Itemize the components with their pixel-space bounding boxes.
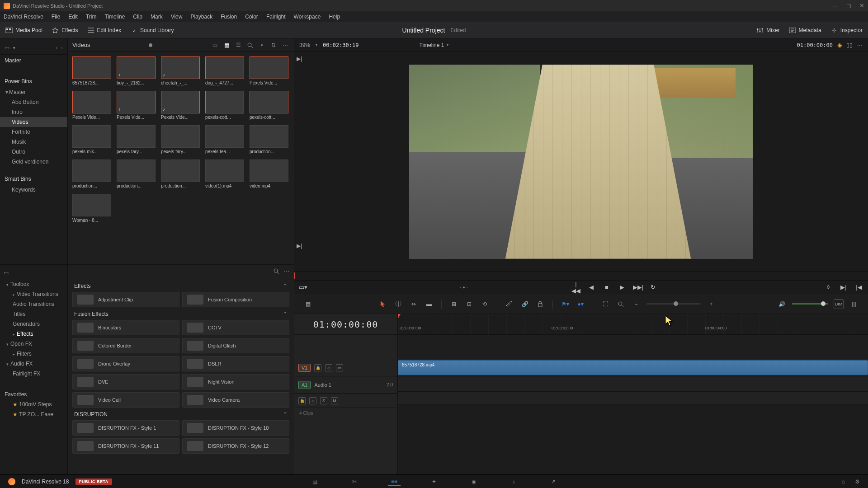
selection-tool-icon[interactable] <box>378 299 388 309</box>
clip-item[interactable]: Pexels Vide... <box>250 56 288 85</box>
collapse-icon[interactable]: ⌃ <box>283 311 288 317</box>
collapse-icon[interactable]: ⌃ <box>283 283 288 289</box>
edit-page-icon[interactable]: ≡≡ <box>388 477 401 486</box>
effect-card[interactable]: Drone Overlay <box>72 356 179 371</box>
bin-videos[interactable]: Videos <box>0 117 67 127</box>
menu-color[interactable]: Color <box>245 14 258 20</box>
effect-card[interactable]: Digital Glitch <box>182 338 289 353</box>
clip-item[interactable]: dog_-_4727... <box>205 56 244 85</box>
color-page-icon[interactable]: ◉ <box>467 477 480 486</box>
disable-video-icon[interactable]: ▭ <box>336 364 343 371</box>
fx-view-icon[interactable]: ▭ <box>4 270 9 276</box>
adjustment-clip[interactable]: Adjustment Clip <box>72 292 179 307</box>
clip-item[interactable]: pexels-mik... <box>72 125 111 154</box>
menu-davinci[interactable]: DaVinci Resolve <box>4 14 43 20</box>
effect-card[interactable]: DISRUPTION FX - Style 10 <box>182 420 289 436</box>
arm-icon[interactable]: ◇ <box>309 397 316 404</box>
clip-item[interactable]: ♪cheetah_-_... <box>161 56 200 85</box>
overwrite-icon[interactable]: ⊡ <box>464 299 474 309</box>
marker-icon[interactable]: ●▾ <box>576 299 585 309</box>
clip-item[interactable]: ♪boy_-_2182... <box>117 56 156 85</box>
openfx-node[interactable]: Open FX <box>0 339 67 349</box>
audiofx-node[interactable]: Audio FX <box>0 359 67 369</box>
clip-item[interactable]: ♪Pexels Vide... <box>117 91 156 120</box>
bin-musik[interactable]: Musik <box>0 137 67 147</box>
more-icon[interactable]: ⋯ <box>281 41 289 49</box>
deliver-page-icon[interactable]: ↗ <box>547 477 560 486</box>
first-frame-icon[interactable]: |◀◀ <box>571 281 580 294</box>
timeline-clip[interactable]: 657518728.mp4 <box>398 360 868 375</box>
media-pool-button[interactable]: Media Pool <box>5 27 42 33</box>
home-icon[interactable]: ⌂ <box>842 479 845 485</box>
effect-card[interactable]: DSLR <box>182 356 289 371</box>
menu-timeline[interactable]: Timeline <box>104 14 125 20</box>
clip-item[interactable]: Woman - 8... <box>72 194 111 223</box>
lock-icon[interactable] <box>535 299 545 309</box>
fairlight-page-icon[interactable]: ♪ <box>507 477 520 486</box>
menu-edit[interactable]: Edit <box>68 14 78 20</box>
flag-icon[interactable]: ⚑▾ <box>560 299 570 309</box>
link-icon[interactable]: 🔗 <box>520 299 530 309</box>
metadata-button[interactable]: Metadata <box>789 27 821 33</box>
clip-item[interactable]: pexels-tea... <box>205 125 244 154</box>
effect-card[interactable]: DVE <box>72 374 179 389</box>
menu-help[interactable]: Help <box>329 14 340 20</box>
auto-select-icon[interactable]: ◇ <box>325 364 332 371</box>
effects-button[interactable]: Effects <box>52 27 78 33</box>
clip-item[interactable]: production... <box>161 160 200 188</box>
more-icon[interactable]: ⋯ <box>857 42 863 48</box>
prev-marker-icon[interactable]: |◀ <box>854 284 863 291</box>
nav-back-icon[interactable]: ‹ <box>56 45 57 51</box>
menu-mark[interactable]: Mark <box>151 14 163 20</box>
clip-item[interactable]: Pexels Vide... <box>72 91 111 120</box>
effect-card[interactable]: Colored Border <box>72 338 179 353</box>
clip-item[interactable]: pexels-cott... <box>250 91 288 120</box>
detail-zoom-icon[interactable] <box>616 299 626 309</box>
loop-icon[interactable]: ↻ <box>648 284 657 291</box>
chevron-down-icon[interactable]: ▾ <box>258 41 266 49</box>
toolbox-node[interactable]: Toolbox <box>0 279 67 289</box>
effect-card[interactable]: CCTV <box>182 320 289 335</box>
bin-fortnite[interactable]: Fortnite <box>0 127 67 137</box>
clip-item[interactable]: pexels-tary... <box>117 125 156 154</box>
blade-icon[interactable] <box>505 299 514 309</box>
menu-workspace[interactable]: Workspace <box>294 14 321 20</box>
reverse-icon[interactable]: ◀ <box>587 284 596 291</box>
chevron-down-icon[interactable]: ▾ <box>13 46 15 50</box>
zoom-slider[interactable] <box>646 303 701 305</box>
nav-fwd-icon[interactable]: › <box>61 45 63 51</box>
sound-library-button[interactable]: ♪ Sound Library <box>130 27 174 33</box>
bin-outro[interactable]: Outro <box>0 147 67 157</box>
collapse-icon[interactable]: ⌃ <box>283 411 288 418</box>
clip-item[interactable]: production... <box>72 160 111 188</box>
effect-card[interactable]: DISRUPTION FX - Style 11 <box>72 438 179 454</box>
bin-intro[interactable]: Intro <box>0 107 67 117</box>
timeline-ruler[interactable]: 01:00:00:00 01:00:02:00 01:00:04:00 <box>398 314 868 335</box>
power-master[interactable]: ▾Master <box>0 87 67 97</box>
menu-view[interactable]: View <box>171 14 183 20</box>
effect-card[interactable]: Video Call <box>72 392 179 408</box>
more-icon[interactable]: ⋯ <box>284 268 289 274</box>
prev-clip-icon[interactable]: ‹ ● › <box>459 285 468 290</box>
timeline-tracks[interactable]: 01:00:00:00 01:00:02:00 01:00:04:00 6575… <box>398 314 868 474</box>
search-icon[interactable] <box>246 41 254 49</box>
sort-icon[interactable]: ⇅ <box>269 41 278 49</box>
volume-slider[interactable] <box>792 303 828 305</box>
prev-edit-icon[interactable]: ▶| <box>297 243 302 249</box>
fav-100mv[interactable]: ★ 100mV Steps <box>0 399 67 409</box>
chevron-down-icon[interactable]: ▾ <box>316 43 317 47</box>
master-bin[interactable]: Master <box>0 55 67 66</box>
a1-header[interactable]: A1 Audio 1 2.0 <box>294 376 397 394</box>
menu-fusion[interactable]: Fusion <box>221 14 237 20</box>
fav-tpzo[interactable]: ★ TP ZO... Ease <box>0 409 67 419</box>
meter-icon[interactable]: ||| <box>849 299 859 309</box>
viewer[interactable]: ▶| ▶| <box>294 52 868 271</box>
search-icon[interactable] <box>273 268 279 274</box>
menu-playback[interactable]: Playback <box>190 14 212 20</box>
next-marker-icon[interactable]: ▶| <box>839 284 848 291</box>
timeline-name[interactable]: Timeline 1 <box>420 42 444 48</box>
fusion-page-icon[interactable]: ✦ <box>428 477 440 486</box>
a1-track[interactable] <box>398 376 868 392</box>
playhead[interactable] <box>398 314 398 474</box>
effect-card[interactable]: Binoculars <box>72 320 179 335</box>
